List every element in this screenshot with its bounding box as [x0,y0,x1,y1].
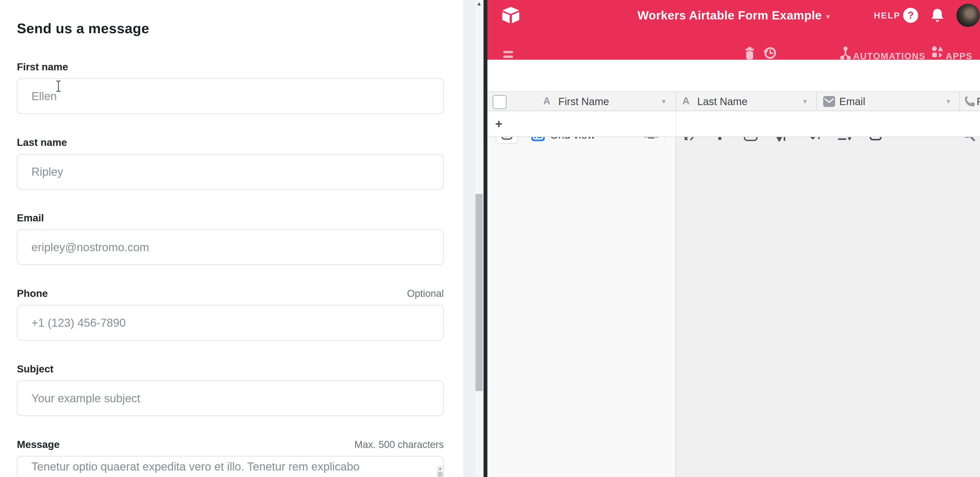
text-cursor-pointer [55,80,62,92]
textarea-scrollbar[interactable]: ▲ [437,466,443,477]
form-title: Send us a message [17,20,444,36]
column-header-phone[interactable]: P [977,96,980,108]
message-label: Message [17,439,60,450]
field-message: MessageMax. 500 characters [17,439,444,477]
email-input[interactable] [17,230,444,265]
airtable-tab-bar: Form Submissions ▾ SHARE [487,31,980,60]
field-subject: Subject [17,363,444,416]
add-record-plus-icon[interactable]: + [495,117,503,131]
column-header-first-name[interactable]: First Name [558,96,609,108]
text-field-type-icon: A [682,95,689,107]
field-phone: PhoneOptional [17,288,444,341]
help-button[interactable]: HELP [874,10,900,21]
grid-header-row: A First Name ▾ A Last Name ▾ Email ▾ P [487,91,980,111]
view-toolbar: Grid view ••• [487,60,980,91]
page-scroll-up-arrow-icon[interactable]: ▲ [475,0,484,7]
last-name-label: Last name [17,137,67,148]
user-avatar[interactable] [956,4,980,27]
history-icon[interactable] [763,46,777,60]
question-glyph: ? [908,10,913,21]
textarea-scrollbar-thumb[interactable] [438,472,442,477]
frozen-column-divider [676,137,676,477]
column-divider [676,111,676,136]
apps-icon[interactable] [931,46,944,59]
column-divider[interactable] [959,92,960,111]
window-divider [484,0,487,477]
field-last-name: Last name [17,137,444,189]
page-scroll-gutter: ▲ [463,0,484,477]
contact-form: Send us a message First name Last name E… [17,0,444,477]
first-name-label: First name [17,61,68,73]
column-caret-icon[interactable]: ▾ [803,97,807,106]
add-record-row[interactable]: + [487,111,980,137]
column-divider[interactable] [676,92,676,111]
column-caret-icon[interactable]: ▾ [662,97,665,106]
scroll-up-arrow-icon[interactable]: ▲ [437,466,443,471]
last-name-input[interactable] [17,154,444,189]
column-header-email[interactable]: Email [839,96,865,108]
phone-field-type-icon [964,95,976,108]
message-helper: Max. 500 characters [355,439,444,450]
phone-label: Phone [17,288,48,299]
first-name-input[interactable] [17,78,444,114]
select-all-checkbox[interactable] [493,95,507,109]
column-divider[interactable] [816,92,817,111]
column-caret-icon[interactable]: ▾ [947,97,950,106]
notifications-bell-icon[interactable] [930,8,945,23]
subject-label: Subject [17,363,54,375]
base-title[interactable]: Workers Airtable Form Example [638,8,822,22]
automations-icon[interactable] [839,46,852,60]
grid-canvas-right [676,137,980,477]
help-question-icon[interactable]: ? [903,8,918,23]
trash-icon[interactable] [743,46,756,60]
airtable-pane: Workers Airtable Form Example ▾ HELP ? F… [487,0,980,477]
message-textarea[interactable] [17,456,444,477]
text-field-type-icon: A [543,95,550,107]
field-email: Email [17,212,444,265]
phone-input[interactable] [17,305,444,341]
field-first-name: First name [17,61,444,114]
contact-form-pane: Send us a message First name Last name E… [0,0,463,477]
email-field-type-icon [823,96,835,107]
base-title-caret-icon[interactable]: ▾ [826,10,830,21]
page-scrollbar-thumb[interactable] [476,194,483,391]
phone-helper: Optional [407,288,444,299]
column-header-last-name[interactable]: Last Name [697,96,747,108]
grid-canvas-left [487,137,676,477]
airtable-top-bar: Workers Airtable Form Example ▾ HELP ? [487,0,980,31]
subject-input[interactable] [17,380,444,416]
email-label: Email [17,212,44,224]
